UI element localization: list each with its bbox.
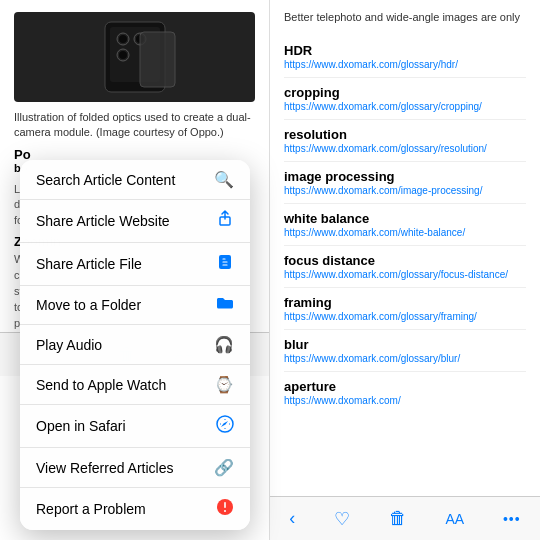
- glossary-term: HDR: [284, 43, 526, 58]
- right-heart-button[interactable]: ♡: [324, 502, 360, 536]
- right-font-button[interactable]: AA: [436, 505, 475, 533]
- glossary-list: HDR https://www.dxomark.com/glossary/hdr…: [284, 36, 526, 413]
- right-trash-button[interactable]: 🗑: [379, 502, 417, 535]
- svg-point-3: [119, 35, 127, 43]
- glossary-item-cropping: cropping https://www.dxomark.com/glossar…: [284, 78, 526, 120]
- folder-icon: [216, 296, 234, 314]
- right-more-button[interactable]: •••: [493, 505, 531, 533]
- apple-watch-icon: ⌚: [214, 375, 234, 394]
- exclamation-icon: [216, 498, 234, 520]
- glossary-item-hdr: HDR https://www.dxomark.com/glossary/hdr…: [284, 36, 526, 78]
- glossary-item-aperture: aperture https://www.dxomark.com/: [284, 372, 526, 413]
- right-toolbar: ‹ ♡ 🗑 AA •••: [270, 496, 540, 540]
- menu-item-apple-watch[interactable]: Send to Apple Watch ⌚: [20, 365, 250, 405]
- share-file-icon: [216, 253, 234, 275]
- glossary-term: blur: [284, 337, 526, 352]
- menu-item-play-audio[interactable]: Play Audio 🎧: [20, 325, 250, 365]
- headphones-icon: 🎧: [214, 335, 234, 354]
- glossary-url[interactable]: https://www.dxomark.com/glossary/framing…: [284, 311, 526, 322]
- glossary-term: white balance: [284, 211, 526, 226]
- glossary-item-focus-distance: focus distance https://www.dxomark.com/g…: [284, 246, 526, 288]
- glossary-url[interactable]: https://www.dxomark.com/image-processing…: [284, 185, 526, 196]
- glossary-item-white-balance: white balance https://www.dxomark.com/wh…: [284, 204, 526, 246]
- glossary-url[interactable]: https://www.dxomark.com/glossary/hdr/: [284, 59, 526, 70]
- glossary-term: image processing: [284, 169, 526, 184]
- menu-item-open-safari[interactable]: Open in Safari: [20, 405, 250, 448]
- glossary-term: framing: [284, 295, 526, 310]
- glossary-item-blur: blur https://www.dxomark.com/glossary/bl…: [284, 330, 526, 372]
- glossary-term: aperture: [284, 379, 526, 394]
- link-icon: 🔗: [214, 458, 234, 477]
- article-header: Illustration of folded optics used to cr…: [0, 0, 269, 182]
- glossary-item-framing: framing https://www.dxomark.com/glossary…: [284, 288, 526, 330]
- glossary-url[interactable]: https://www.dxomark.com/: [284, 395, 526, 406]
- context-menu: Search Article Content 🔍 Share Article W…: [20, 160, 250, 530]
- menu-item-share-file[interactable]: Share Article File: [20, 243, 250, 286]
- glossary-url[interactable]: https://www.dxomark.com/glossary/resolut…: [284, 143, 526, 154]
- menu-item-referred-articles[interactable]: View Referred Articles 🔗: [20, 448, 250, 488]
- svg-rect-8: [140, 32, 175, 87]
- glossary-term: resolution: [284, 127, 526, 142]
- left-panel: Illustration of folded optics used to cr…: [0, 0, 270, 540]
- safari-icon: [216, 415, 234, 437]
- glossary-url[interactable]: https://www.dxomark.com/glossary/croppin…: [284, 101, 526, 112]
- menu-item-report-problem[interactable]: Report a Problem: [20, 488, 250, 530]
- glossary-url[interactable]: https://www.dxomark.com/glossary/blur/: [284, 353, 526, 364]
- svg-point-14: [224, 510, 226, 512]
- glossary-url[interactable]: https://www.dxomark.com/white-balance/: [284, 227, 526, 238]
- right-content: Better telephoto and wide-angle images a…: [270, 0, 540, 496]
- right-intro-text: Better telephoto and wide-angle images a…: [284, 10, 526, 26]
- article-caption: Illustration of folded optics used to cr…: [14, 110, 255, 141]
- search-icon: 🔍: [214, 170, 234, 189]
- svg-rect-13: [224, 502, 226, 508]
- share-website-icon: [216, 210, 234, 232]
- glossary-item-resolution: resolution https://www.dxomark.com/gloss…: [284, 120, 526, 162]
- menu-item-move-folder[interactable]: Move to a Folder: [20, 286, 250, 325]
- glossary-item-image-processing: image processing https://www.dxomark.com…: [284, 162, 526, 204]
- glossary-url[interactable]: https://www.dxomark.com/glossary/focus-d…: [284, 269, 526, 280]
- menu-item-search[interactable]: Search Article Content 🔍: [20, 160, 250, 200]
- glossary-term: cropping: [284, 85, 526, 100]
- right-back-button[interactable]: ‹: [279, 502, 305, 535]
- glossary-term: focus distance: [284, 253, 526, 268]
- menu-item-share-website[interactable]: Share Article Website: [20, 200, 250, 243]
- article-image: [14, 12, 255, 102]
- svg-point-7: [119, 51, 127, 59]
- right-panel: Better telephoto and wide-angle images a…: [270, 0, 540, 540]
